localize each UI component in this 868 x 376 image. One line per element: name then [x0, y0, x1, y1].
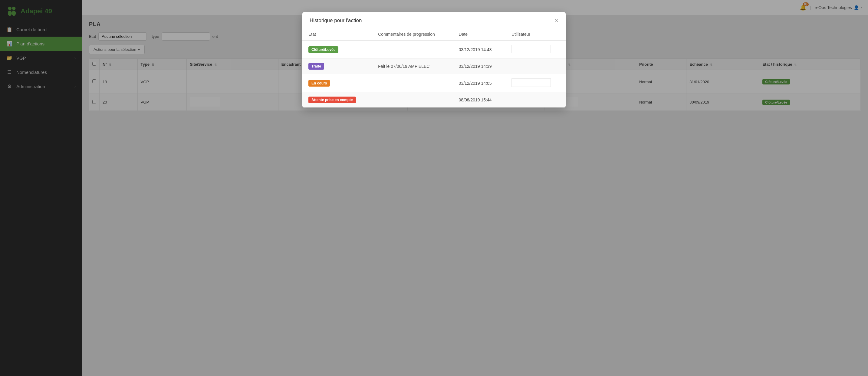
blurred-user	[512, 45, 551, 53]
modal-table-row: Attente prise en compte 08/08/2019 15:44	[302, 92, 566, 108]
modal-body: Etat Commentaires de progression Date Ut…	[302, 28, 566, 107]
modal-col-commentaire: Commentaires de progression	[372, 28, 453, 40]
modal-row-commentaire	[372, 74, 453, 92]
modal-status-badge: Attente prise en compte	[308, 97, 356, 103]
modal-row-commentaire	[372, 92, 453, 108]
modal-row-etat: Traité	[302, 59, 372, 74]
modal-row-utilisateur	[505, 59, 566, 74]
modal-row-utilisateur	[505, 40, 566, 59]
modal-row-date: 03/12/2019 14:43	[453, 40, 505, 59]
modal-row-etat: Clôturé/Levée	[302, 40, 372, 59]
modal-status-badge: En cours	[308, 80, 330, 87]
modal-title: Historique pour l'action	[310, 18, 362, 24]
modal-row-date: 03/12/2019 14:39	[453, 59, 505, 74]
modal-col-date: Date	[453, 28, 505, 40]
modal-close-button[interactable]: ×	[555, 18, 558, 24]
modal-header: Historique pour l'action ×	[302, 12, 566, 28]
modal-row-utilisateur	[505, 74, 566, 92]
modal-overlay[interactable]: Historique pour l'action × Etat Commenta…	[0, 0, 868, 376]
modal-row-etat: En cours	[302, 74, 372, 92]
modal-row-commentaire	[372, 40, 453, 59]
modal-row-utilisateur	[505, 92, 566, 108]
modal-table-row: Traité Fait le 07/06/19 AMP ELEC 03/12/2…	[302, 59, 566, 74]
modal-row-commentaire: Fait le 07/06/19 AMP ELEC	[372, 59, 453, 74]
blurred-user	[512, 79, 551, 87]
modal-table-row: En cours 03/12/2019 14:05	[302, 74, 566, 92]
modal-table-row: Clôturé/Levée 03/12/2019 14:43	[302, 40, 566, 59]
modal-row-etat: Attente prise en compte	[302, 92, 372, 108]
modal-status-badge: Traité	[308, 63, 324, 70]
modal-table: Etat Commentaires de progression Date Ut…	[302, 28, 566, 107]
modal-row-date: 08/08/2019 15:44	[453, 92, 505, 108]
modal-status-badge: Clôturé/Levée	[308, 46, 338, 53]
modal-row-date: 03/12/2019 14:05	[453, 74, 505, 92]
modal-dialog: Historique pour l'action × Etat Commenta…	[302, 12, 566, 107]
modal-col-etat: Etat	[302, 28, 372, 40]
modal-col-utilisateur: Utilisateur	[505, 28, 566, 40]
